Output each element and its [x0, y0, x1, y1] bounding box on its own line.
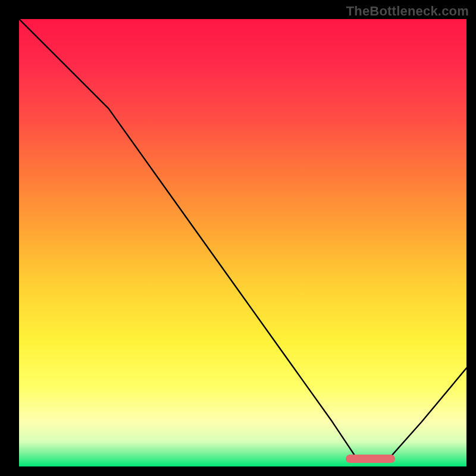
curve-layer [19, 19, 466, 466]
optimal-range-indicator [346, 455, 395, 463]
watermark-text: TheBottleneck.com [346, 4, 469, 19]
bottleneck-curve [19, 19, 466, 462]
plot-area [19, 19, 466, 466]
chart-frame: TheBottleneck.com [0, 0, 476, 476]
